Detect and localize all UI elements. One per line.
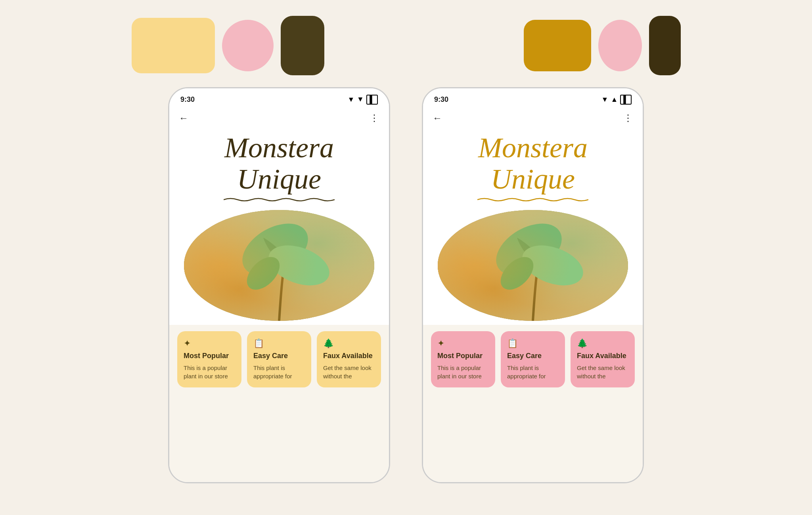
plant-image-container-right: [423, 202, 643, 325]
svg-rect-6: [184, 210, 374, 321]
swatch-dark-brown-left: [281, 16, 324, 75]
swatch-yellow-gold: [524, 20, 591, 71]
status-bar-right: 9:30 ▼ ▲ ▌: [423, 88, 643, 108]
title-underline-left: [220, 197, 339, 202]
status-icons-right: ▼ ▲ ▌: [601, 95, 632, 105]
color-swatches-right: [524, 16, 681, 75]
easy-title-left: Easy Care: [253, 352, 305, 360]
easy-desc-left: This plant is appropriate for: [253, 364, 305, 380]
phone-left-screen: 9:30 ▼ ▲ ▌ ← ⋮ Monstera Unique: [169, 88, 389, 482]
info-card-popular-left: ✦ Most Popular This is a popular plant i…: [177, 331, 241, 387]
popular-icon-right: ✦: [437, 338, 489, 349]
back-button-left[interactable]: ←: [179, 113, 188, 124]
easy-title-right: Easy Care: [507, 352, 559, 360]
top-section: [0, 0, 812, 87]
info-cards-right: ✦ Most Popular This is a popular plant i…: [423, 325, 643, 394]
swatch-yellow-light: [132, 18, 215, 73]
faux-title-right: Faux Available: [577, 352, 628, 360]
status-time-right: 9:30: [434, 95, 448, 104]
battery-icon-right: ▌: [620, 95, 632, 105]
wifi-icon-left: ▼: [348, 95, 355, 104]
info-card-faux-right: 🌲 Faux Available Get the same look witho…: [571, 331, 635, 387]
wifi-icon-right: ▼: [601, 95, 609, 104]
popular-desc-left: This is a popular plant in our store: [184, 364, 235, 380]
info-card-easy-right: 📋 Easy Care This plant is appropriate fo…: [501, 331, 565, 387]
faux-desc-right: Get the same look without the: [577, 364, 628, 380]
phone-right-screen: 9:30 ▼ ▲ ▌ ← ⋮ Monstera Unique: [423, 88, 643, 482]
color-swatches-left: [132, 16, 324, 75]
faux-title-left: Faux Available: [323, 352, 375, 360]
swatch-dark-brown-right: [649, 16, 681, 75]
popular-icon-left: ✦: [184, 338, 235, 349]
popular-title-left: Most Popular: [184, 352, 235, 360]
info-card-easy-left: 📋 Easy Care This plant is appropriate fo…: [247, 331, 311, 387]
plant-title-text-right: Monstera Unique: [435, 132, 631, 195]
plant-image-right: [438, 210, 628, 321]
easy-icon-left: 📋: [253, 338, 305, 349]
info-card-faux-left: 🌲 Faux Available Get the same look witho…: [317, 331, 381, 387]
title-underline-right: [473, 197, 592, 202]
plant-title-text-left: Monstera Unique: [181, 132, 377, 195]
info-cards-left: ✦ Most Popular This is a popular plant i…: [169, 325, 389, 394]
back-button-right[interactable]: ←: [433, 113, 442, 124]
status-time-left: 9:30: [180, 95, 195, 104]
plant-title-right: Monstera Unique: [423, 128, 643, 202]
plant-image-container-left: [169, 202, 389, 325]
faux-desc-left: Get the same look without the: [323, 364, 375, 380]
plant-title-left: Monstera Unique: [169, 128, 389, 202]
more-button-left[interactable]: ⋮: [370, 113, 379, 124]
plant-image-inner-right: [438, 210, 628, 321]
svg-rect-13: [438, 210, 628, 321]
popular-title-right: Most Popular: [437, 352, 489, 360]
plant-image-left: [184, 210, 374, 321]
easy-icon-right: 📋: [507, 338, 559, 349]
phone-left: 9:30 ▼ ▲ ▌ ← ⋮ Monstera Unique: [168, 87, 390, 483]
nav-bar-right: ← ⋮: [423, 108, 643, 128]
status-icons-left: ▼ ▲ ▌: [348, 95, 378, 105]
swatch-pink-right: [598, 20, 642, 71]
status-bar-left: 9:30 ▼ ▲ ▌: [169, 88, 389, 108]
more-button-right[interactable]: ⋮: [623, 113, 633, 124]
nav-bar-left: ← ⋮: [169, 108, 389, 128]
swatch-pink-left: [222, 20, 274, 71]
phone-right: 9:30 ▼ ▲ ▌ ← ⋮ Monstera Unique: [422, 87, 644, 483]
phones-section: 9:30 ▼ ▲ ▌ ← ⋮ Monstera Unique: [136, 87, 676, 515]
easy-desc-right: This plant is appropriate for: [507, 364, 559, 380]
popular-desc-right: This is a popular plant in our store: [437, 364, 489, 380]
signal-icon-left: ▲: [357, 95, 364, 104]
signal-icon-right: ▲: [611, 95, 618, 104]
battery-icon-left: ▌: [366, 95, 378, 105]
faux-icon-left: 🌲: [323, 338, 375, 349]
plant-image-inner-left: [184, 210, 374, 321]
info-card-popular-right: ✦ Most Popular This is a popular plant i…: [431, 331, 495, 387]
faux-icon-right: 🌲: [577, 338, 628, 349]
